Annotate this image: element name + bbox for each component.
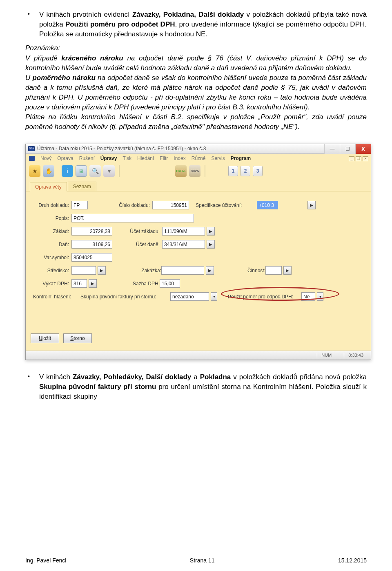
field-cislo-dokladu[interactable]: 150951 — [152, 201, 189, 209]
field-specifikace[interactable]: +010 3 — [257, 201, 278, 209]
toolbar-8025-icon[interactable]: 8025 — [189, 165, 200, 177]
field-zaklad[interactable]: 20728,38 — [71, 227, 112, 236]
dropdown-button[interactable]: ▶ — [89, 279, 97, 288]
note-paragraph: Poznámka: V případě kráceného nároku na … — [25, 43, 367, 132]
menu-item[interactable]: Index — [174, 156, 185, 161]
window-close-button[interactable]: X — [355, 144, 371, 154]
label-kontrolni-hlaseni: Kontrolní hlášení: — [32, 294, 80, 300]
dropdown-button[interactable]: ▶ — [98, 266, 106, 275]
bullet-item: • V knihách prvotních evidencí Závazky, … — [25, 10, 367, 39]
label-druh-dokladu: Druh dokladu: — [32, 202, 71, 208]
field-druh-dokladu[interactable]: FP — [71, 201, 88, 209]
app-small-icon — [29, 156, 35, 161]
toolbar-edit-icon[interactable]: ✋ — [43, 165, 54, 177]
menu-item[interactable]: Úpravy — [100, 156, 117, 161]
form-area: Druh dokladu: FP Číslo dokladu: 150951 S… — [26, 191, 371, 347]
label-dan: Daň: — [32, 242, 71, 247]
bullet-text: V knihách Závazky, Pohledávky, Další dok… — [39, 372, 367, 402]
bullet-marker: • — [25, 10, 39, 39]
field-skupina-storno[interactable]: nezadáno — [170, 292, 209, 301]
label-vykaz-dph: Výkaz DPH: — [32, 281, 71, 287]
toolbar-filter-icon[interactable]: ▾ — [103, 165, 115, 177]
dropdown-button[interactable]: ▶ — [307, 201, 316, 209]
menu-item[interactable]: Oprava — [57, 156, 73, 161]
window-maximize-button[interactable]: ☐ — [340, 144, 355, 154]
field-ucet-dane[interactable]: 343/316/M — [162, 240, 205, 249]
label-specifikace: Specifikace účtování: — [196, 202, 257, 208]
workspace-3-button[interactable]: 3 — [253, 166, 263, 176]
dropdown-button[interactable]: ▶ — [283, 266, 292, 275]
footer-author: Ing. Pavel Fencl — [25, 557, 66, 564]
dropdown-button[interactable]: ▶ — [207, 240, 215, 249]
menu-item[interactable]: Servis — [211, 156, 225, 161]
workspace-2-button[interactable]: 2 — [241, 166, 250, 176]
menu-item[interactable]: Program — [231, 156, 251, 161]
label-cislo-dokladu: Číslo dokladu: — [104, 202, 152, 208]
bullet-item: • V knihách Závazky, Pohledávky, Další d… — [25, 372, 367, 402]
menu-item[interactable]: Nový — [40, 156, 51, 161]
window-title: Účtárna - Data roku 2015 - Položky závaz… — [37, 146, 206, 151]
workspace-1-button[interactable]: 1 — [228, 166, 238, 176]
statusbar: NUM 8:30:43 — [26, 351, 371, 360]
label-sazba-dph: Sazba DPH: — [120, 281, 160, 287]
page-footer: Ing. Pavel Fencl Strana 11 15.12.2015 — [25, 557, 367, 564]
toolbar: ★ ✋ i 🗎 🔍 ▾ DATA 8025 1 2 3 — [26, 163, 371, 179]
save-button[interactable]: UUložitložit — [31, 333, 59, 343]
field-stredisko[interactable] — [71, 266, 96, 275]
window-minimize-button[interactable]: — — [324, 144, 340, 154]
field-cinnost[interactable] — [265, 266, 282, 275]
label-zakazka: Zakázka: — [122, 268, 161, 273]
toolbar-new-icon[interactable]: ★ — [29, 165, 40, 177]
label-pouzit-pomer: Použít poměr pro odpoč.DPH: — [228, 294, 301, 300]
titlebar: Účtárna - Data roku 2015 - Položky závaz… — [26, 144, 371, 154]
mdi-close-button[interactable]: x — [363, 156, 368, 161]
field-sazba-dph[interactable]: 15,00 — [160, 279, 180, 288]
dropdown-button[interactable]: ▶ — [206, 266, 214, 275]
footer-page: Strana 11 — [190, 557, 215, 564]
label-ucet-dane: Účet daně: — [123, 242, 162, 247]
form-footer: UUložitložit SStornotorno — [31, 333, 92, 343]
mdi-minimize-button[interactable]: _ — [349, 156, 354, 161]
dropdown-button[interactable]: ▾ — [211, 292, 217, 301]
menu-item[interactable]: Různé — [192, 156, 206, 161]
status-num: NUM — [317, 353, 336, 358]
label-stredisko: Středisko: — [32, 268, 71, 273]
field-vykaz-dph[interactable]: 316 — [71, 279, 87, 288]
field-popis[interactable]: POT. — [71, 214, 194, 222]
menu-item[interactable]: Filtr — [160, 156, 168, 161]
footer-date: 15.12.2015 — [338, 557, 367, 564]
menu-item[interactable]: Tisk — [122, 156, 131, 161]
toolbar-info-icon[interactable]: i — [62, 165, 73, 177]
toolbar-print-icon[interactable]: 🗎 — [76, 165, 87, 177]
status-time: 8:30:43 — [344, 353, 368, 358]
dropdown-button[interactable]: ▶ — [207, 227, 215, 236]
menu-item[interactable]: Hledání — [137, 156, 154, 161]
mdi-restore-button[interactable]: ❐ — [356, 156, 361, 161]
field-var-symbol[interactable]: 8504025 — [71, 253, 112, 262]
label-cinnost: Činnost: — [238, 268, 265, 273]
dropdown-button[interactable]: ▾ — [317, 292, 323, 301]
tabstrip: Oprava věty Seznam — [26, 181, 371, 191]
app-icon — [28, 146, 35, 151]
toolbar-data-icon[interactable]: DATA — [175, 165, 187, 177]
bullet-text: V knihách prvotních evidencí Závazky, Po… — [39, 10, 367, 39]
menu-item[interactable]: Rušení — [79, 156, 95, 161]
label-ucet-zakladu: Účet základu: — [123, 229, 162, 234]
label-zaklad: Základ: — [32, 229, 71, 234]
cancel-button[interactable]: SStornotorno — [63, 333, 92, 343]
label-skupina-storno: Skupina původní faktury při stornu: — [80, 294, 170, 300]
tab-oprava-vety[interactable]: Oprava věty — [30, 182, 67, 191]
field-dan[interactable]: 3109,26 — [71, 240, 112, 249]
toolbar-search-icon[interactable]: 🔍 — [89, 165, 101, 177]
field-pouzit-pomer[interactable]: Ne — [301, 292, 315, 301]
bullet-marker: • — [25, 372, 39, 402]
label-popis: Popis: — [32, 216, 71, 221]
tab-seznam[interactable]: Seznam — [68, 182, 96, 191]
label-var-symbol: Var.symbol: — [32, 255, 71, 260]
field-zakazka[interactable] — [161, 266, 204, 275]
app-window: Účtárna - Data roku 2015 - Položky závaz… — [25, 144, 371, 360]
menubar: Nový Oprava Rušení Úpravy Tisk Hledání F… — [26, 154, 371, 163]
field-ucet-zakladu[interactable]: 111/090/M — [162, 227, 205, 236]
